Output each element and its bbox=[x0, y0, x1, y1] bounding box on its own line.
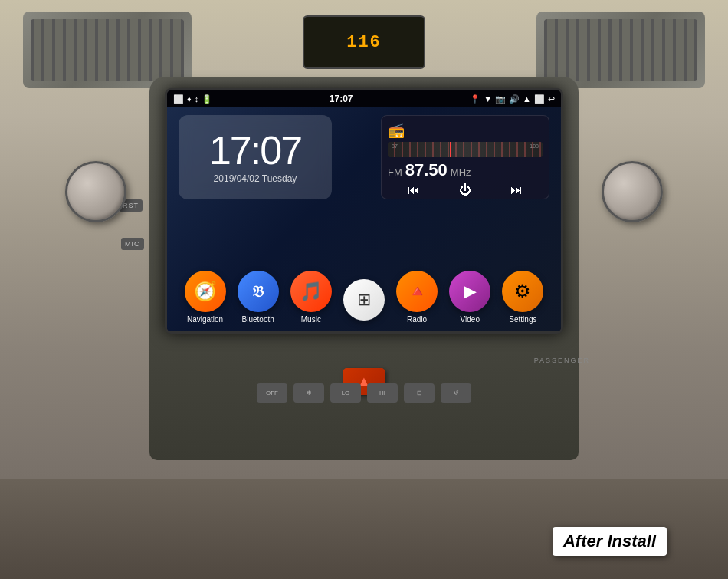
radio-fm-display: FM 87.50 MHz bbox=[388, 160, 543, 180]
sync-icon: ↕ bbox=[195, 94, 199, 104]
location-icon: 📍 bbox=[470, 94, 480, 104]
status-icons-right: 📍 ▼ 📷 🔊 ▲ ⬜ ↩ bbox=[470, 94, 555, 104]
music-label: Music bbox=[301, 315, 321, 324]
right-volume-knob[interactable] bbox=[602, 161, 663, 222]
dashboard: 116 ⬜ ♦ ↕ 🔋 17:07 📍 ▼ 📷 🔊 ▲ ⬜ ↩ bbox=[0, 0, 728, 579]
radio-icon: 📻 bbox=[388, 122, 405, 139]
status-bar: ⬜ ♦ ↕ 🔋 17:07 📍 ▼ 📷 🔊 ▲ ⬜ ↩ bbox=[167, 90, 561, 107]
home-icon: ⬜ bbox=[173, 94, 184, 104]
radio-app-icon: 🔺 bbox=[407, 281, 428, 301]
bluetooth-icon-circle: 𝔅 bbox=[238, 271, 279, 312]
climate-buttons-strip: OFF ❄ LO HI ⊡ ↺ bbox=[180, 383, 548, 403]
bluetooth-label: Bluetooth bbox=[242, 315, 274, 324]
navigation-label: Navigation bbox=[187, 315, 223, 324]
app-icons-row: 🧭 Navigation 𝔅 Bluetooth 🎵 Music bbox=[167, 271, 561, 324]
window-icon: ⬜ bbox=[534, 94, 545, 104]
climate-hi-label: HI bbox=[379, 390, 385, 396]
bluetooth-status-icon: ♦ bbox=[187, 94, 192, 104]
climate-fan-icon: ❄ bbox=[307, 390, 312, 396]
clock-time: 17:07 bbox=[209, 130, 301, 170]
app-navigation[interactable]: 🧭 Navigation bbox=[185, 271, 226, 324]
apps-icon: ⊞ bbox=[357, 290, 371, 310]
clock-date: 2019/04/02 Tuesday bbox=[214, 173, 297, 184]
settings-icon-circle: ⚙ bbox=[502, 271, 543, 312]
music-icon-circle: 🎵 bbox=[290, 271, 332, 312]
radio-prev-button[interactable]: ⏮ bbox=[408, 183, 420, 197]
radio-band-label: FM bbox=[388, 166, 402, 178]
navigation-icon: 🧭 bbox=[194, 281, 217, 302]
radio-freq-bar: 87 108 bbox=[388, 142, 543, 157]
app-radio[interactable]: 🔺 Radio bbox=[396, 271, 438, 324]
volume-icon: 🔊 bbox=[509, 94, 520, 104]
radio-widget[interactable]: 📻 87 108 FM 87.50 MHz ⏮ ⏻ ⏭ bbox=[381, 115, 549, 199]
screen-content: 17:07 2019/04/02 Tuesday 📻 87 108 FM bbox=[167, 107, 561, 331]
video-icon: ▶ bbox=[464, 281, 477, 301]
radio-controls: ⏮ ⏻ ⏭ bbox=[388, 183, 543, 197]
freq-start: 87 bbox=[392, 143, 398, 149]
music-icon: 🎵 bbox=[300, 281, 323, 302]
back-icon: ↩ bbox=[548, 94, 555, 104]
radio-next-button[interactable]: ⏭ bbox=[510, 183, 523, 197]
climate-fan-button[interactable]: ❄ bbox=[293, 383, 324, 403]
climate-lo-button[interactable]: LO bbox=[330, 383, 361, 403]
android-screen: ⬜ ♦ ↕ 🔋 17:07 📍 ▼ 📷 🔊 ▲ ⬜ ↩ 17:07 2019/0… bbox=[165, 88, 563, 334]
status-time: 17:07 bbox=[330, 94, 353, 104]
status-icons-left: ⬜ ♦ ↕ 🔋 bbox=[173, 94, 212, 104]
radio-label: Radio bbox=[407, 315, 427, 324]
left-volume-knob[interactable] bbox=[65, 161, 126, 222]
climate-extra-button[interactable]: ⊡ bbox=[404, 383, 435, 403]
bluetooth-icon: 𝔅 bbox=[252, 283, 264, 301]
app-music[interactable]: 🎵 Music bbox=[290, 271, 332, 324]
app-video[interactable]: ▶ Video bbox=[449, 271, 490, 324]
climate-recirc-icon: ↺ bbox=[454, 390, 459, 396]
climate-recirc-button[interactable]: ↺ bbox=[441, 383, 471, 403]
radio-header: 📻 bbox=[388, 122, 543, 139]
radio-power-button[interactable]: ⏻ bbox=[459, 183, 471, 197]
video-label: Video bbox=[461, 315, 480, 324]
climate-off-button[interactable]: OFF bbox=[257, 383, 287, 403]
notification-icon: 🔋 bbox=[202, 94, 212, 104]
app-settings[interactable]: ⚙ Settings bbox=[502, 271, 543, 324]
camera-icon: 📷 bbox=[495, 94, 506, 104]
apps-icon-circle: ⊞ bbox=[343, 279, 385, 321]
wifi-icon: ▼ bbox=[484, 94, 492, 104]
app-apps[interactable]: ⊞ bbox=[343, 279, 385, 324]
freq-end: 108 bbox=[530, 143, 539, 149]
passenger-label: PASSENGER bbox=[534, 357, 590, 364]
radio-app-icon-circle: 🔺 bbox=[396, 271, 438, 312]
settings-icon: ⚙ bbox=[514, 281, 531, 302]
settings-label: Settings bbox=[509, 315, 536, 324]
video-icon-circle: ▶ bbox=[449, 271, 490, 312]
original-clock-time: 116 bbox=[346, 33, 382, 52]
radio-indicator bbox=[450, 142, 451, 157]
after-install-badge: After Install bbox=[553, 527, 667, 556]
climate-lo-label: LO bbox=[342, 390, 350, 396]
app-bluetooth[interactable]: 𝔅 Bluetooth bbox=[238, 271, 279, 324]
climate-hi-button[interactable]: HI bbox=[367, 383, 398, 403]
eject-icon: ▲ bbox=[523, 94, 531, 104]
original-clock-display: 116 bbox=[303, 15, 425, 69]
climate-off-label: OFF bbox=[266, 390, 278, 396]
radio-frequency: 87.50 bbox=[405, 160, 448, 180]
climate-extra-icon: ⊡ bbox=[417, 390, 422, 396]
navigation-icon-circle: 🧭 bbox=[185, 271, 226, 312]
clock-widget: 17:07 2019/04/02 Tuesday bbox=[179, 115, 332, 199]
freq-scale: 87 108 bbox=[392, 143, 539, 149]
mic-label: MIC bbox=[121, 238, 144, 250]
radio-unit: MHz bbox=[451, 166, 471, 178]
